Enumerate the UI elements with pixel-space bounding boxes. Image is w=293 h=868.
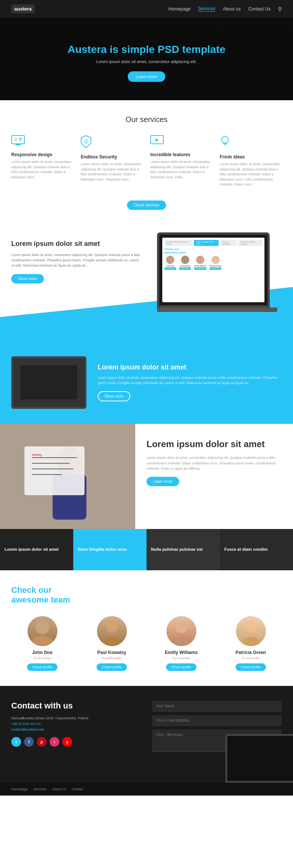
- footer-link-about[interactable]: About Us: [52, 787, 66, 791]
- nav-about[interactable]: About us: [223, 6, 240, 12]
- laptop-member-name-4: Patricia Green: [210, 265, 222, 267]
- navbar: austera Homepage Services About us Conta…: [0, 0, 293, 18]
- tile-1-text: Lorem ipsum dolor sit amet: [5, 547, 69, 552]
- laptop-profile-btn-3[interactable]: Chack profile: [194, 267, 206, 270]
- team-title-prefix: Check our: [11, 585, 52, 595]
- promo2-show-more-button[interactable]: Show more: [98, 391, 130, 401]
- svg-point-28: [175, 620, 188, 633]
- laptop-member-4: Patricia Green Chack profile: [210, 256, 222, 270]
- team-section-title: Check our awesome team: [11, 585, 282, 605]
- laptop-member-1: John Doe Chack profile: [165, 256, 176, 270]
- svg-point-31: [242, 637, 260, 646]
- svg-text:Writing...: Writing...: [32, 453, 44, 457]
- avatar-face-2: [97, 616, 127, 646]
- promo1-desc: Lorem ipsum dolor sit amet, consectetur …: [11, 252, 141, 268]
- tile-3-text: Nulla pulvinar pulvinar est: [151, 547, 215, 552]
- service-ideas-name: Fresh ideas: [220, 154, 282, 160]
- team-member-role-3: Co-Founder: [150, 656, 212, 660]
- facebook-icon[interactable]: f: [24, 737, 34, 747]
- instagram-icon[interactable]: i: [50, 737, 59, 747]
- team-member-role-2: Head/founder: [81, 656, 143, 660]
- laptop-member-name-1: John Doe: [165, 265, 176, 267]
- promo1-text: Lorem ipsum dolor sit amet Lorem ipsum d…: [11, 232, 141, 283]
- laptop-team-avatars: John Doe Chack profile Tia Kowalsy Chack…: [165, 256, 262, 270]
- team-member-1: John Doe Co-Founder Chack profile: [11, 616, 73, 671]
- tile-4-text: Fusce at diam condim: [224, 547, 288, 552]
- team-member-role-4: Co-Founder: [220, 656, 282, 660]
- service-security-desc: Lorem ipsum dolor sit amet, consectetur …: [81, 162, 143, 182]
- promo2-section: Lorem ipsum dolor sit amet Lorem ipsum d…: [0, 341, 293, 424]
- team-member-name-3: Emilly Williams: [150, 650, 212, 655]
- profile-btn-2[interactable]: Chack profile: [97, 663, 127, 671]
- svg-marker-10: [156, 138, 159, 142]
- laptop-profile-btn-2[interactable]: Chack profile: [179, 267, 191, 270]
- footer-link-homepage[interactable]: Homepage: [11, 787, 28, 791]
- svg-point-25: [34, 636, 51, 646]
- contact-section: Contact with us Marszałkowska Street 16/…: [0, 686, 293, 783]
- team-title-suffix: awesome team: [11, 595, 70, 604]
- hero-title-main: is simple PSD template: [110, 44, 225, 55]
- laptop-team-title-suffix: awesome team: [165, 251, 186, 254]
- services-title: Our services: [11, 115, 282, 124]
- hero-content: Austera is simple PSD template Lorem ips…: [68, 44, 225, 82]
- team-grid: John Doe Co-Founder Chack profile Paul K…: [11, 616, 282, 671]
- tablet-screen: [20, 365, 77, 399]
- contact-email-input[interactable]: [152, 715, 282, 726]
- features-icon: [150, 135, 212, 148]
- pinterest-icon[interactable]: p: [37, 737, 47, 747]
- nav-contact[interactable]: Contact Us: [248, 6, 270, 12]
- twitter-icon[interactable]: t: [11, 737, 21, 747]
- laptop-base: [157, 307, 277, 312]
- laptop-profile-btn-4[interactable]: Chack profile: [210, 267, 221, 270]
- svg-point-26: [106, 621, 118, 633]
- nav-homepage[interactable]: Homepage: [169, 6, 191, 12]
- service-responsive: Responsive design Lorem ipsum dolor sit …: [11, 135, 73, 187]
- promo1-show-more-button[interactable]: Show more: [11, 274, 44, 283]
- team-member-name-1: John Doe: [11, 650, 73, 655]
- tile-2-text: Nunc fringilla tortor urna: [78, 547, 142, 552]
- contact-phone: +48 22 XXX-XX-XX: [11, 722, 141, 726]
- svg-rect-6: [15, 145, 21, 145]
- promo1-section: Lorem ipsum dolor sit amet Lorem ipsum d…: [0, 221, 293, 341]
- nav-services[interactable]: Services: [198, 6, 215, 12]
- check-services-button[interactable]: Check services: [127, 200, 166, 210]
- profile-btn-4[interactable]: Chack profile: [236, 663, 266, 671]
- promo3-title: Lorem ipsum dolor sit amet: [146, 439, 282, 450]
- contact-laptop-decoration: [225, 734, 293, 783]
- laptop-avatar-2: [181, 256, 189, 264]
- promo3-learn-more-button[interactable]: Learn more: [146, 477, 179, 486]
- svg-rect-1: [14, 138, 17, 142]
- avatar-emilly: [166, 616, 196, 646]
- laptop-member-name-3: Emilly Williams: [194, 265, 206, 267]
- laptop-member-name-2: Tia Kowalsy: [179, 265, 191, 267]
- service-features-desc: Lorem ipsum dolor sit amet, consectetur …: [150, 160, 212, 180]
- footer-link-services[interactable]: Services: [33, 787, 47, 791]
- service-responsive-name: Responsive design: [11, 152, 73, 157]
- four-tiles: Lorem ipsum dolor sit amet Nunc fringill…: [0, 529, 293, 570]
- service-features: Incredible features Lorem ipsum dolor si…: [150, 135, 212, 187]
- hero-title: Austera is simple PSD template: [68, 44, 225, 56]
- profile-btn-1[interactable]: Chack profile: [27, 663, 57, 671]
- svg-point-7: [85, 140, 88, 143]
- svg-point-27: [103, 637, 121, 646]
- profile-btn-3[interactable]: Chack profile: [166, 663, 196, 671]
- svg-rect-5: [17, 144, 20, 145]
- youtube-icon[interactable]: y: [62, 737, 72, 747]
- laptop-avatar-4: [211, 256, 220, 264]
- services-section: Our services Responsive design Lorem ips…: [0, 100, 293, 221]
- laptop-team-title-prefix: Check our: [165, 247, 179, 251]
- promo3-text: Lorem ipsum dolor sit amet Lorem ipsum d…: [135, 424, 293, 529]
- laptop-profile-btn-1[interactable]: Chack profile: [165, 267, 176, 270]
- avatar-paul: [97, 616, 127, 646]
- svg-point-29: [173, 637, 190, 646]
- tile-4: Fusce at diam condim: [220, 529, 293, 570]
- promo3-section: Writing... Lorem ipsum dolor sit amet Lo…: [0, 424, 293, 529]
- footer-link-contact[interactable]: Contact: [72, 787, 83, 791]
- tile-3: Nulla pulvinar pulvinar est: [146, 529, 220, 570]
- svg-point-11: [222, 136, 228, 143]
- search-icon[interactable]: ⚲: [278, 6, 282, 12]
- hero-subtitle: Lorem ipsum dolor sit amet, consectetur …: [68, 59, 225, 64]
- footer: Homepage Services About Us Contact: [0, 783, 293, 796]
- contact-name-input[interactable]: [152, 701, 282, 711]
- hero-cta-button[interactable]: Learn more: [128, 71, 165, 82]
